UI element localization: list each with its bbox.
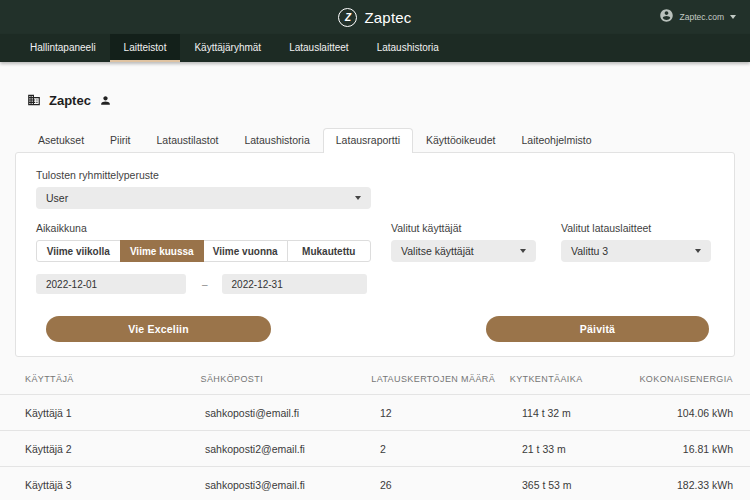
chevron-down-icon (730, 15, 736, 19)
time-button-last-year[interactable]: Viime vuonna (203, 240, 288, 262)
grouping-select[interactable]: User (36, 187, 371, 209)
date-from-input[interactable]: 2022-12-01 (36, 274, 186, 294)
tab-asetukset[interactable]: Asetukset (25, 128, 97, 152)
cell-total-energy: 104.06 kWh (655, 407, 733, 419)
cell-connection-time: 365 t 53 m (522, 479, 655, 491)
page-title: Zaptec (49, 93, 91, 108)
export-excel-button[interactable]: Vie Exceliin (46, 316, 271, 342)
brand-logo[interactable]: Z Zaptec (338, 8, 411, 27)
actions-row: Vie Exceliin Päivitä (36, 316, 714, 342)
grouping-label: Tulosten ryhmittelyperuste (36, 169, 714, 182)
table-row[interactable]: Käyttäjä 1 sahkoposti@email.fi 12 114 t … (0, 395, 750, 431)
page-title-row: Zaptec (27, 92, 750, 108)
table-row[interactable]: Käyttäjä 3 sahkoposti3@email.fi 26 365 t… (0, 467, 750, 500)
tab-latausraportti[interactable]: Latausraportti (323, 128, 413, 153)
topbar: Z Zaptec Zaptec.com (0, 0, 750, 34)
cell-email: sahkoposti2@email.fi (205, 443, 380, 455)
update-button[interactable]: Päivitä (486, 316, 709, 342)
nav-item-latauslaitteet[interactable]: Latauslaitteet (275, 34, 363, 62)
tab-piirit[interactable]: Piirit (97, 128, 143, 152)
cell-total-energy: 16.81 kWh (655, 443, 733, 455)
cell-user: Käyttäjä 2 (25, 443, 205, 455)
nav-item-laitteistot[interactable]: Laitteistot (110, 34, 181, 62)
users-filter-group: Valitut käyttäjät Valitse käyttäjät (391, 222, 536, 294)
tab-kayttooikeudet[interactable]: Käyttöoikeudet (413, 128, 508, 152)
header-total-energy: KOKONAISENERGIA (639, 374, 733, 384)
nav-item-kayttajaryhmat[interactable]: Käyttäjäryhmät (180, 34, 275, 62)
tab-lataushistoria[interactable]: Lataushistoria (231, 128, 322, 152)
header-sessions: LATAUSKERTOJEN MÄÄRÄ (371, 374, 510, 384)
account-label: Zaptec.com (680, 12, 724, 22)
time-range-toggle: Viime viikolla Viime kuussa Viime vuonna… (36, 240, 371, 262)
zaptec-logo-icon: Z (338, 8, 357, 27)
header-user: KÄYTTÄJÄ (25, 374, 201, 384)
date-range-separator: – (202, 279, 208, 290)
building-icon (27, 93, 41, 107)
report-form-card: Tulosten ryhmittelyperuste User Aikaikku… (15, 152, 735, 357)
date-range-row: 2022-12-01 – 2022-12-31 (36, 274, 371, 294)
cell-total-energy: 182.33 kWh (655, 479, 733, 491)
account-menu[interactable]: Zaptec.com (659, 0, 736, 34)
nav-item-hallintapaneeli[interactable]: Hallintapaneeli (16, 34, 110, 62)
report-table: KÄYTTÄJÄ SÄHKÖPOSTI LATAUSKERTOJEN MÄÄRÄ… (0, 363, 750, 500)
cell-connection-time: 114 t 32 m (522, 407, 655, 419)
main-content: Zaptec Asetukset Piirit Lataustilastot L… (0, 92, 750, 500)
header-connection-time: KYTKENTÄAIKA (510, 374, 640, 384)
cell-email: sahkoposti@email.fi (205, 407, 380, 419)
chevron-down-icon (520, 249, 526, 253)
tab-lataustilastot[interactable]: Lataustilastot (144, 128, 232, 152)
tab-laiteohjelmisto[interactable]: Laiteohjelmisto (508, 128, 604, 152)
users-select[interactable]: Valitse käyttäjät (391, 240, 536, 262)
main-nav: Hallintapaneeli Laitteistot Käyttäjäryhm… (0, 34, 750, 62)
users-label: Valitut käyttäjät (391, 222, 536, 235)
nav-item-lataushistoria[interactable]: Lataushistoria (363, 34, 453, 62)
cell-email: sahkoposti3@email.fi (205, 479, 380, 491)
time-button-custom[interactable]: Mukautettu (287, 240, 372, 262)
time-button-last-month[interactable]: Viime kuussa (120, 240, 205, 262)
section-tabs: Asetukset Piirit Lataustilastot Lataushi… (25, 128, 750, 152)
date-to-input[interactable]: 2022-12-31 (222, 274, 367, 294)
person-icon[interactable] (99, 94, 112, 107)
table-row[interactable]: Käyttäjä 2 sahkoposti2@email.fi 2 21 t 3… (0, 431, 750, 467)
grouping-select-value: User (46, 192, 68, 204)
chargers-select[interactable]: Valittu 3 (561, 240, 711, 262)
chevron-down-icon (695, 249, 701, 253)
filters-row: Aikaikkuna Viime viikolla Viime kuussa V… (36, 222, 714, 294)
time-window-group: Aikaikkuna Viime viikolla Viime kuussa V… (36, 222, 371, 294)
cell-sessions: 2 (380, 443, 522, 455)
chargers-select-value: Valittu 3 (571, 245, 608, 257)
account-circle-icon (659, 8, 674, 27)
cell-sessions: 26 (380, 479, 522, 491)
cell-connection-time: 21 t 33 m (522, 443, 655, 455)
cell-user: Käyttäjä 1 (25, 407, 205, 419)
brand-name: Zaptec (364, 9, 411, 26)
cell-sessions: 12 (380, 407, 522, 419)
chevron-down-icon (355, 196, 361, 200)
logo-letter: Z (345, 12, 351, 23)
time-button-last-week[interactable]: Viime viikolla (36, 240, 121, 262)
chargers-label: Valitut latauslaitteet (561, 222, 711, 235)
header-email: SÄHKÖPOSTI (201, 374, 372, 384)
users-select-value: Valitse käyttäjät (401, 245, 474, 257)
cell-user: Käyttäjä 3 (25, 479, 205, 491)
time-window-label: Aikaikkuna (36, 222, 371, 235)
table-header-row: KÄYTTÄJÄ SÄHKÖPOSTI LATAUSKERTOJEN MÄÄRÄ… (0, 363, 750, 395)
chargers-filter-group: Valitut latauslaitteet Valittu 3 (561, 222, 711, 294)
